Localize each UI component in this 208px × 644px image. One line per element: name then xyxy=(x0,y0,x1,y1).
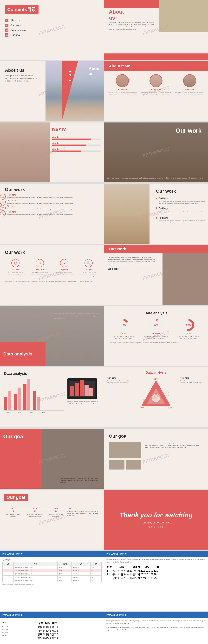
progress-3: 60% tex t xyxy=(52,148,101,152)
table-row: 항목3 내용3 참고3 xyxy=(37,633,58,636)
slide14-right: Text here Lorem ipsum dolor sit amet con… xyxy=(180,377,205,412)
slide-about-bridge: PPTAKEOUT About us Lorem ipsum dolor sit… xyxy=(0,61,104,121)
about-image xyxy=(159,0,208,32)
tl-item-0: 2011 Lorem ipsum dolor sit amet consecte… xyxy=(4,507,23,517)
icon-sym-1: ✉ xyxy=(36,259,44,267)
icon-item-1: ✉ Text here Lorem ipsum dolor sit amet c… xyxy=(29,259,50,277)
slide-our-work-icons: PPTAKEOUT Our work ⬡ Text here Lorem ips… xyxy=(0,245,104,305)
thank-you-title: Thank you for watching xyxy=(120,512,192,519)
slide3-nums: 01 02 03 xyxy=(69,68,71,83)
about-title: About us xyxy=(109,9,124,21)
slide-dasiy: PPTAKEOUT DASIY 80% tex t 70% tex t xyxy=(0,122,104,182)
notice-content-1: 공지사항 번호 제목 작성자 날짜 조회 1 공지 내용 텍스트가 들어갑니다 xyxy=(0,557,104,586)
table-row: 항목4 내용4 참고4 xyxy=(37,636,58,640)
dasiy-right: DASIY 80% tex t 70% tex t xyxy=(52,127,101,154)
slide10-content-row: Lorem ipsum dolor sit amet consectetur a… xyxy=(104,253,208,305)
slide16-title: Our goal xyxy=(109,434,203,439)
team-members-container: Your name Lorem ipsum dolor sit amet, co… xyxy=(104,71,208,98)
chart-item-2: 80% Text here Lorem ipsum dolor sit amet… xyxy=(174,318,203,340)
icon-label-1: Text here xyxy=(29,268,50,270)
bullet-2: Text here Lorem ipsum dolor sit amet con… xyxy=(156,207,205,214)
notice-table-3: 구분 내용 비고 항목1 내용1 참고1 xyxy=(37,621,58,640)
slide15-text: Lorem ipsum dolor sit amet. If these tex… xyxy=(60,478,101,484)
slide-notice-2: PPTTAKOUT 공지사항 Lorem ipsum dolor sit ame… xyxy=(104,551,208,611)
icon-item-2: ☁ Text here Lorem ipsum dolor sit amet c… xyxy=(54,259,75,277)
slide-about-us-intro: PPTAKEOUT About us Lorem ipsum dolor sit… xyxy=(104,0,208,60)
grid-label-2: Text here xyxy=(7,205,74,208)
grid-icon-1: ✉ xyxy=(0,200,6,205)
slide-our-goal-simple: PPTAKEOUT Our goal Lorem ipsum dolor sit… xyxy=(104,429,208,489)
bar-chart xyxy=(4,378,64,410)
slide12-bottom-desc: Lorem ipsum dolor sit amet consectetur a… xyxy=(109,342,203,344)
icon-sym-0: ⬡ xyxy=(11,259,20,267)
donut-2: 80% xyxy=(182,318,195,332)
slide14-title: Data analysis xyxy=(107,371,205,374)
slide-our-work-img-right: PPTAKEOUT Our work Lorem ipsum dolor sit… xyxy=(104,245,208,305)
about-body: Lorem ipsum dolor sit amet consectetur a… xyxy=(109,21,158,30)
notice-header-3: PPTTAKOUT 공지사항 xyxy=(0,612,104,618)
chart-text-0: Lorem ipsum dolor sit amet. Consectetur … xyxy=(109,336,138,340)
slide-data-analysis-dark: PPTAKEOUT Data analysis Lorem ipsum dolo… xyxy=(0,306,104,366)
table-row: 2 공지 내용 텍스트 관리자 2024.01.02 98 xyxy=(107,573,159,576)
our-work-dark-content: Lorem ipsum dolor sit amet consectetur a… xyxy=(107,177,205,179)
member-2: Your name+ Lorem ipsum dolor sit amet, c… xyxy=(141,74,171,95)
slide3-body: Lorem ipsum dolor sit amet consectetur a… xyxy=(5,74,41,82)
icon-text-2: Lorem ipsum dolor sit amet consectetur a… xyxy=(54,271,75,277)
slide8-title: Our work xyxy=(156,188,205,194)
progress-1: 80% tex t xyxy=(52,136,101,140)
num-badge-4: 04 xyxy=(5,33,9,37)
slide13-title: Data analysis xyxy=(4,372,100,376)
slide-thank-you: Thank you for watching Company or person… xyxy=(104,490,208,550)
bullet-text-1: Lorem ipsum dolor sit amet consectetur a… xyxy=(156,200,205,204)
grid-label-0: Text here xyxy=(7,194,74,196)
bar-2-b xyxy=(27,380,30,410)
menu-label-2: Our work xyxy=(11,24,21,27)
member-text-1: Lorem ipsum dolor sit amet, consectetur … xyxy=(107,91,138,95)
slide9-bottom-text: Lorem ipsum dolor sit amet consectetur a… xyxy=(5,280,99,282)
menu-item-3: 03 Data analysis xyxy=(5,28,99,32)
slide-contents: PPTAKEOUT Contents目录 01 About us 02 Our … xyxy=(0,0,104,60)
notice-footer: Lorem ipsum dolor sit amet consectetur a… xyxy=(3,584,101,585)
grid-item-2: 👁 Text here Lorem ipsum dolor sit amet c… xyxy=(0,205,104,211)
icon-text-1: Lorem ipsum dolor sit amet consectetur a… xyxy=(29,271,50,277)
slide10-left-text: Lorem ipsum dolor sit amet consectetur a… xyxy=(104,253,162,305)
chart-label-0: Text here xyxy=(109,333,138,335)
slide10-header: Our work xyxy=(104,245,208,253)
member-name-2: Your name+ xyxy=(141,88,171,90)
progress-2: 70% tex t xyxy=(52,142,101,146)
bar-group-1 xyxy=(14,388,21,410)
icons-row: ⬡ Text here Lorem ipsum dolor sit amet c… xyxy=(5,259,99,277)
chart-text-1: Lorem ipsum dolor sit amet. Consectetur … xyxy=(141,336,171,340)
table-row: 4 공지 내용 텍스트가 들어갑니다 관리자 2024.01.04 63 xyxy=(3,576,101,579)
member-name-3: Your name xyxy=(174,88,205,90)
slide13-right: Lorem ipsum dolor sit amet consectetur a… xyxy=(67,378,100,413)
timeline-items: 2011 Lorem ipsum dolor sit amet consecte… xyxy=(4,507,100,517)
notice-table-2: 번호 제목 작성자 날짜 조회 1 공지 내용 텍스트 관리자 2024.01.… xyxy=(107,565,159,580)
slide10-title: Our work xyxy=(109,247,126,251)
chart-item-0: 40% Text here Lorem ipsum dolor sit amet… xyxy=(109,318,138,340)
bar-year-labels: 2010 2011 2012 2013 xyxy=(4,411,64,413)
icon-text-0: Lorem ipsum dolor sit amet consectetur a… xyxy=(5,271,26,277)
slide-notice-1: PPTTAKOUT 공지사항 공지사항 번호 제목 작성자 날짜 조회 1 xyxy=(0,551,104,611)
notice-content-2: Lorem ipsum dolor sit amet consectetur a… xyxy=(104,557,208,582)
team-header: About team xyxy=(104,61,208,71)
svg-text:☁: ☁ xyxy=(159,400,160,402)
table-row: 항목1 내용1 참고1 xyxy=(37,625,58,629)
icon-item-0: ⬡ Text here Lorem ipsum dolor sit amet c… xyxy=(5,259,26,277)
icon-label-0: Text here xyxy=(5,268,26,270)
slide17-title: Our goal xyxy=(4,494,28,501)
chart-item-1: 30% Text here Lorem ipsum dolor sit amet… xyxy=(141,318,171,340)
menu-label-1: About us xyxy=(11,19,21,22)
svg-text:40%: 40% xyxy=(121,324,126,326)
slide15-title: Our goal xyxy=(3,434,25,440)
slide-data-analysis-triangle: PPTAKEOUT Data analysis Text here Lorem … xyxy=(104,368,208,428)
goal-content: Lorem ipsum dolor sit amet consectetur a… xyxy=(109,442,203,471)
svg-text:30%: 30% xyxy=(154,324,158,326)
tl-item-1: 2012 Lorem ipsum dolor sit amet consecte… xyxy=(25,507,44,517)
slide-our-goal-timeline: PPTAKEOUT Our goal 2011 Lorem ipsum dolo… xyxy=(0,490,104,550)
goal-img-3 xyxy=(126,460,141,470)
slide14-left: Text here Lorem ipsum dolor sit amet con… xyxy=(107,377,132,412)
member-text-3: Lorem ipsum dolor sit amet, consectetur … xyxy=(174,91,205,95)
bar-3-b xyxy=(37,397,40,410)
slide14-content: Text here Lorem ipsum dolor sit amet con… xyxy=(107,377,205,412)
